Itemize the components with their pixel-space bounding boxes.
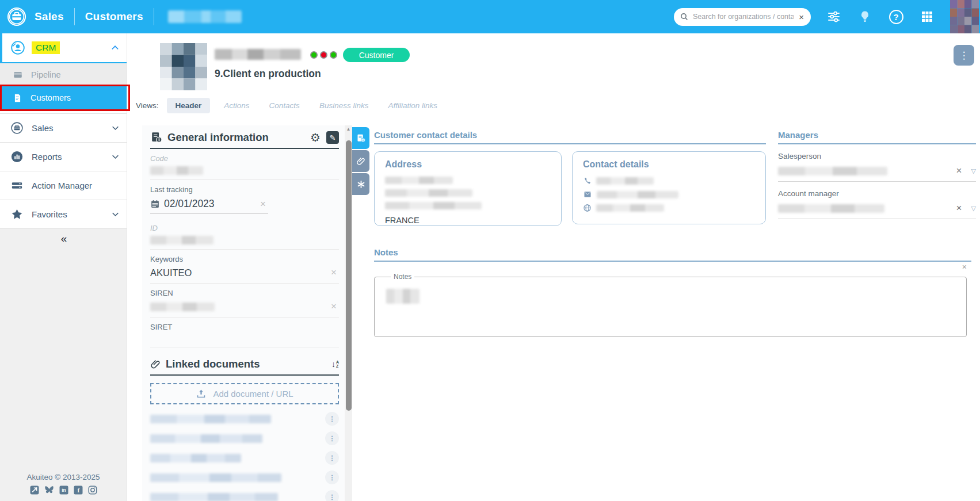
instagram-icon[interactable]: [87, 485, 98, 495]
chevron-down-icon: [111, 210, 120, 219]
sidebar-item-action-manager[interactable]: Action Manager: [0, 171, 127, 200]
field-label: Last tracking: [150, 185, 339, 194]
apps-grid-icon[interactable]: [919, 9, 935, 25]
keywords-value[interactable]: AKUITEO: [150, 267, 192, 278]
linked-document-row[interactable]: ⋮: [150, 450, 339, 465]
clear-notes-icon[interactable]: ×: [962, 262, 967, 271]
help-icon[interactable]: ?: [888, 9, 904, 25]
status-dot-red: [320, 51, 327, 59]
action-manager-icon: [10, 179, 24, 192]
clear-salesperson-icon[interactable]: ×: [956, 165, 962, 177]
panel-title: Linked documents: [166, 358, 327, 370]
global-search[interactable]: ×: [674, 8, 811, 26]
document-menu-icon[interactable]: ⋮: [325, 412, 339, 426]
sidebar-item-favorites[interactable]: Favorites: [0, 200, 127, 228]
field-last-tracking: Last tracking 02/01/20: [150, 180, 339, 219]
search-input[interactable]: [693, 13, 794, 21]
salesperson-redacted: [778, 167, 887, 175]
linked-document-row[interactable]: ⋮: [150, 411, 339, 426]
panel-edit-pencil-icon[interactable]: ✎: [326, 131, 339, 144]
notes-fieldset-label: Notes: [391, 273, 414, 281]
contact-details-card[interactable]: Contact details: [572, 151, 766, 224]
linkedin-icon[interactable]: in: [59, 485, 69, 495]
akuiteo-logo-icon[interactable]: [7, 7, 26, 26]
search-clear-icon[interactable]: ×: [798, 12, 805, 22]
tab-custom-fields[interactable]: [352, 173, 369, 195]
document-menu-icon[interactable]: ⋮: [325, 431, 339, 445]
sidebar-collapse-button[interactable]: «: [0, 229, 127, 246]
brand-title[interactable]: Sales: [35, 10, 64, 23]
field-value-redacted: [150, 303, 215, 311]
field-label: SIREN: [150, 289, 339, 297]
linked-document-row[interactable]: ⋮: [150, 489, 339, 501]
bluesky-butterfly-icon[interactable]: [44, 485, 55, 495]
general-information-header: General information ⚙ ✎: [150, 131, 339, 149]
clear-date-icon[interactable]: ×: [260, 198, 268, 210]
linked-document-row[interactable]: ⋮: [150, 431, 339, 446]
clear-account-manager-icon[interactable]: ×: [956, 202, 962, 214]
account-manager-field: Account manager × ▽: [778, 189, 976, 219]
sort-alpha-icon[interactable]: ↓ AZ: [331, 360, 339, 369]
sidebar-item-customers[interactable]: Customers: [0, 86, 127, 109]
field-value-redacted: [150, 236, 213, 244]
views-label: Views:: [136, 101, 159, 110]
chevron-up-icon[interactable]: [110, 43, 120, 52]
sidebar-item-sales[interactable]: Sales: [0, 113, 127, 142]
field-label: Salesperson: [778, 152, 976, 160]
field-label: Account manager: [778, 189, 976, 198]
more-actions-button[interactable]: ⋮: [954, 45, 974, 66]
scrollbar-thumb[interactable]: [346, 140, 352, 411]
sidebar-item-label: Sales: [32, 123, 54, 133]
add-document-button[interactable]: Add document / URL: [150, 383, 339, 404]
phone-icon: [583, 177, 592, 185]
tab-attachments[interactable]: [352, 150, 369, 172]
svg-text:in: in: [62, 488, 66, 493]
topbar: Sales Customers ×: [0, 0, 980, 33]
clear-siren-icon[interactable]: ×: [331, 301, 339, 312]
document-menu-icon[interactable]: ⋮: [325, 451, 339, 465]
sidebar-item-label: Action Manager: [32, 181, 92, 190]
section-title: Managers: [778, 130, 976, 144]
tab-contacts[interactable]: Contacts: [269, 101, 300, 110]
field-siret: SIRET: [150, 318, 339, 347]
panel-scrollbar[interactable]: ▲ ▼: [345, 125, 352, 501]
address-line-redacted: [385, 189, 472, 197]
last-tracking-date[interactable]: 02/01/2023: [164, 198, 215, 210]
tab-general-info[interactable]: [352, 127, 369, 149]
sidebar-item-label: Customers: [30, 93, 71, 102]
filters-sliders-icon[interactable]: [826, 9, 842, 25]
calendar-icon[interactable]: [150, 199, 160, 209]
whats-new-bulb-icon[interactable]: [857, 9, 873, 25]
tab-actions[interactable]: Actions: [224, 101, 249, 110]
customer-detail-area: Customer contact details Address FRANCE …: [374, 125, 976, 499]
chevron-down-icon: [111, 152, 120, 161]
sidebar-item-reports[interactable]: Reports: [0, 142, 127, 171]
panel-settings-gear-icon[interactable]: ⚙: [309, 131, 322, 144]
account-manager-dropdown-icon[interactable]: ▽: [971, 205, 976, 212]
akuiteo-app: Sales Customers ×: [0, 0, 980, 501]
linked-document-row[interactable]: ⋮: [150, 470, 339, 485]
address-card[interactable]: Address FRANCE: [374, 151, 562, 226]
field-siren: SIREN ×: [150, 284, 339, 318]
facebook-icon[interactable]: f: [73, 485, 83, 495]
salesperson-dropdown-icon[interactable]: ▽: [971, 167, 976, 175]
sidebar-lower: « Akuiteo © 2013-2025 in: [0, 228, 127, 501]
tab-affiliation-links[interactable]: Affiliation links: [388, 101, 437, 110]
share-icon[interactable]: [29, 485, 40, 495]
address-line-redacted: [385, 177, 453, 184]
clear-keywords-icon[interactable]: ×: [331, 267, 339, 278]
document-menu-icon[interactable]: ⋮: [325, 471, 339, 484]
notes-textarea[interactable]: Notes: [374, 273, 967, 337]
document-menu-icon[interactable]: ⋮: [325, 490, 339, 501]
scroll-up-icon[interactable]: ▲: [345, 127, 352, 132]
email-redacted: [597, 191, 678, 198]
website-globe-icon: [583, 204, 592, 212]
address-line-redacted: [385, 202, 482, 209]
sidebar-item-pipeline[interactable]: Pipeline: [0, 63, 127, 86]
tab-business-links[interactable]: Business links: [319, 101, 369, 110]
notes-content-redacted: [386, 289, 420, 304]
user-avatar[interactable]: [950, 0, 979, 33]
sidebar-item-crm[interactable]: CRM: [0, 33, 127, 63]
tab-header[interactable]: Header: [167, 98, 211, 113]
social-links: in f: [0, 485, 127, 495]
